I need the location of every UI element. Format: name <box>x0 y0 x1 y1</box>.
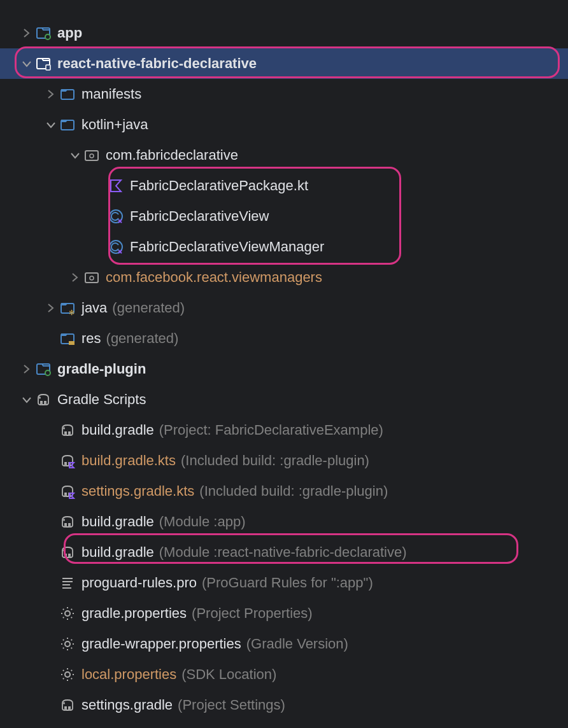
chevron-right-icon[interactable] <box>18 360 36 378</box>
folder-icon <box>60 117 75 132</box>
chevron-right-icon[interactable] <box>42 85 60 103</box>
tree-hint: (Module :react-native-fabric-declarative… <box>159 544 407 561</box>
text-file-icon <box>60 575 75 591</box>
package-icon <box>84 270 99 285</box>
gear-icon <box>60 636 75 652</box>
tree-hint: (ProGuard Rules for ":app") <box>202 575 373 591</box>
chevron-down-icon[interactable] <box>66 146 84 164</box>
tree-label: FabricDeclarativeView <box>130 208 269 225</box>
tree-item-react-native-fabric-declarative[interactable]: react-native-fabric-declarative <box>0 48 568 79</box>
tree-item-proguard-rules[interactable]: proguard-rules.pro (ProGuard Rules for "… <box>0 568 568 598</box>
gradle-icon <box>60 545 75 560</box>
tree-label: FabricDeclarativeViewManager <box>130 239 324 255</box>
tree-item-com-facebook-react-viewmanagers[interactable]: com.facebook.react.viewmanagers <box>0 262 568 293</box>
chevron-right-icon[interactable] <box>18 24 36 42</box>
gear-icon <box>60 606 75 621</box>
tree-label: Gradle Scripts <box>57 391 146 408</box>
generated-folder-icon <box>60 300 75 316</box>
tree-label: gradle-wrapper.properties <box>82 636 241 652</box>
tree-label: build.gradle.kts <box>82 452 176 469</box>
tree-item-gradle-properties[interactable]: gradle.properties (Project Properties) <box>0 598 568 629</box>
module-icon <box>36 56 51 71</box>
package-icon <box>84 148 99 163</box>
module-icon <box>36 25 51 41</box>
chevron-down-icon[interactable] <box>42 116 60 134</box>
tree-label: gradle-plugin <box>57 361 146 377</box>
tree-item-res-generated[interactable]: res (generated) <box>0 323 568 354</box>
gradle-kotlin-icon <box>60 484 75 499</box>
gradle-icon <box>36 392 51 407</box>
tree-hint: (Included build: :gradle-plugin) <box>181 452 369 469</box>
tree-label: proguard-rules.pro <box>82 575 197 591</box>
tree-label: settings.gradle.kts <box>82 483 194 500</box>
tree-item-gradle-wrapper-properties[interactable]: gradle-wrapper.properties (Gradle Versio… <box>0 629 568 659</box>
tree-label: app <box>57 25 82 41</box>
tree-item-build-gradle-app[interactable]: build.gradle (Module :app) <box>0 507 568 537</box>
tree-item-manifests[interactable]: manifests <box>0 79 568 109</box>
tree-hint: (Included build: :gradle-plugin) <box>199 483 388 500</box>
tree-item-gradle-plugin[interactable]: gradle-plugin <box>0 354 568 384</box>
tree-item-local-properties[interactable]: local.properties (SDK Location) <box>0 659 568 690</box>
tree-label: build.gradle <box>82 422 154 438</box>
tree-hint: (Project: FabricDeclarativeExample) <box>159 422 383 438</box>
tree-item-settings-gradle-kts[interactable]: settings.gradle.kts (Included build: :gr… <box>0 476 568 507</box>
tree-item-gradle-scripts[interactable]: Gradle Scripts <box>0 384 568 415</box>
tree-item-build-gradle-kts[interactable]: build.gradle.kts (Included build: :gradl… <box>0 445 568 476</box>
gradle-icon <box>60 423 75 438</box>
tree-item-com-fabricdeclarative[interactable]: com.fabricdeclarative <box>0 140 568 171</box>
project-tree: app react-native-fabric-declarative mani… <box>0 18 568 720</box>
tree-hint: (SDK Location) <box>181 666 276 683</box>
tree-item-fabric-declarative-package[interactable]: FabricDeclarativePackage.kt <box>0 171 568 201</box>
tree-hint: (generated) <box>106 330 179 347</box>
tree-label: FabricDeclarativePackage.kt <box>130 178 308 194</box>
tree-hint: (Module :app) <box>159 514 246 530</box>
kotlin-class-icon <box>108 239 124 255</box>
res-folder-icon <box>60 331 75 346</box>
tree-label: build.gradle <box>82 544 154 561</box>
tree-item-app[interactable]: app <box>0 18 568 48</box>
kotlin-file-icon <box>108 178 124 193</box>
gear-icon <box>60 667 75 682</box>
tree-label: kotlin+java <box>82 116 148 133</box>
tree-item-kotlin-java[interactable]: kotlin+java <box>0 109 568 140</box>
module-icon <box>36 361 51 377</box>
gradle-icon <box>60 697 75 713</box>
kotlin-class-icon <box>108 209 124 224</box>
tree-label: com.fabricdeclarative <box>106 147 238 164</box>
chevron-down-icon[interactable] <box>18 55 36 73</box>
tree-label: res <box>82 330 101 347</box>
tree-item-build-gradle-rnfd[interactable]: build.gradle (Module :react-native-fabri… <box>0 537 568 568</box>
tree-hint: (Project Properties) <box>192 605 313 622</box>
gradle-icon <box>60 514 75 529</box>
chevron-right-icon[interactable] <box>66 269 84 286</box>
tree-label: settings.gradle <box>82 697 173 713</box>
chevron-right-icon[interactable] <box>42 299 60 317</box>
tree-item-build-gradle-project[interactable]: build.gradle (Project: FabricDeclarative… <box>0 415 568 445</box>
tree-item-fabric-declarative-view-manager[interactable]: FabricDeclarativeViewManager <box>0 232 568 262</box>
tree-item-fabric-declarative-view[interactable]: FabricDeclarativeView <box>0 201 568 232</box>
tree-label: java <box>82 300 107 316</box>
tree-label: build.gradle <box>82 514 154 530</box>
folder-icon <box>60 87 75 102</box>
tree-label: local.properties <box>82 666 176 683</box>
tree-label: com.facebook.react.viewmanagers <box>106 269 322 286</box>
tree-item-java-generated[interactable]: java (generated) <box>0 293 568 323</box>
chevron-down-icon[interactable] <box>18 391 36 409</box>
tree-hint: (Project Settings) <box>178 697 285 713</box>
tree-hint: (Gradle Version) <box>246 636 348 652</box>
tree-item-settings-gradle[interactable]: settings.gradle (Project Settings) <box>0 690 568 720</box>
tree-label: manifests <box>82 86 141 102</box>
tree-hint: (generated) <box>112 300 185 316</box>
gradle-kotlin-icon <box>60 453 75 468</box>
tree-label: gradle.properties <box>82 605 187 622</box>
tree-label: react-native-fabric-declarative <box>57 55 257 72</box>
